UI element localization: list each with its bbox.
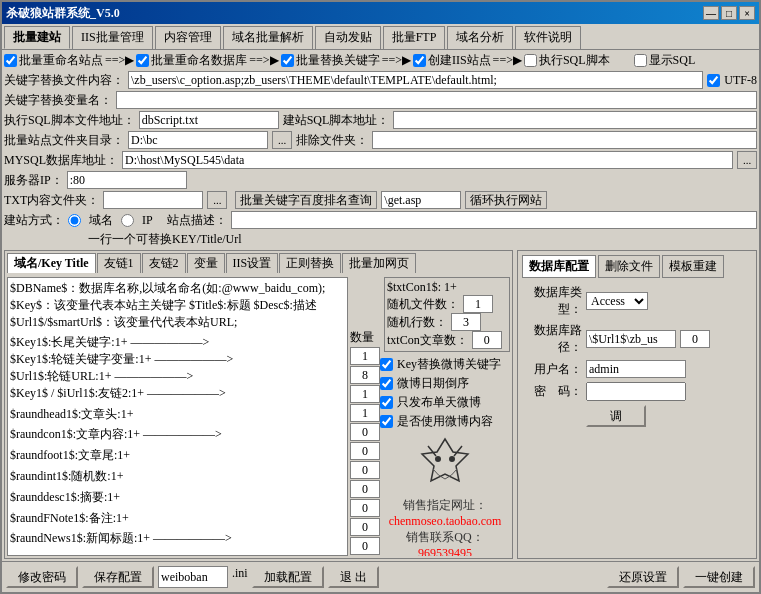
num-input-11[interactable] <box>350 537 380 555</box>
field-desc-10: $raundfoot1$:文章尾:1+ <box>10 447 345 464</box>
get-asp-input[interactable] <box>381 191 461 209</box>
num-input-3[interactable] <box>350 385 380 403</box>
minimize-button[interactable]: — <box>703 6 719 20</box>
num-label: 数量 <box>350 329 374 346</box>
username-label: 用户名： <box>522 361 582 378</box>
num-input-7[interactable] <box>350 461 380 479</box>
inner-tab-friend2[interactable]: 友链2 <box>142 253 186 273</box>
weibo-date-checkbox[interactable] <box>380 377 393 390</box>
main-tabs: 批量建站 IIS批量管理 内容管理 域名批量解析 自动发贴 批量FTP 域名分析… <box>2 24 759 50</box>
utf8-checkbox[interactable] <box>707 74 720 87</box>
weibo-single-checkbox[interactable] <box>380 396 393 409</box>
create-iis-checkbox[interactable] <box>413 54 426 67</box>
mysql-browse[interactable]: ... <box>737 151 757 169</box>
field-desc-2: $Key$：该变量代表本站主关键字 $Title$:标题 $Desc$:描述 <box>10 297 345 314</box>
tab-auto-post[interactable]: 自动发贴 <box>315 26 381 49</box>
site-desc-input[interactable] <box>231 211 757 229</box>
batch-folder-browse[interactable]: ... <box>272 131 292 149</box>
db-path-input[interactable] <box>586 330 676 348</box>
num-input-2[interactable] <box>350 366 380 384</box>
keyword-replace-label: 关键字替换文件内容： <box>4 72 124 89</box>
txtcon-count-row: txtCon文章数： <box>387 331 507 349</box>
weibo-content-checkbox[interactable] <box>380 415 393 428</box>
restore-settings-button[interactable]: 还原设置 <box>607 566 679 588</box>
title-bar: 杀破狼站群系统_V5.0 — □ × <box>2 2 759 24</box>
mysql-input[interactable] <box>122 151 733 169</box>
exec-sql-checkbox[interactable] <box>524 54 537 67</box>
txt-browse[interactable]: ... <box>207 191 227 209</box>
num-input-9[interactable] <box>350 499 380 517</box>
inner-tab-batch-page[interactable]: 批量加网页 <box>342 253 416 273</box>
build-sql-input[interactable] <box>393 111 757 129</box>
load-config-button[interactable]: 加载配置 <box>252 566 324 588</box>
server-ip-input[interactable] <box>67 171 187 189</box>
replace-keyword-checkbox[interactable] <box>281 54 294 67</box>
exclude-input[interactable] <box>372 131 757 149</box>
right-tab-db-config[interactable]: 数据库配置 <box>522 255 596 278</box>
random-line-input[interactable] <box>451 313 481 331</box>
txt-input[interactable] <box>103 191 203 209</box>
inner-tab-domain-key[interactable]: 域名/Key Title <box>7 253 96 273</box>
build-sql-label: 建站SQL脚本地址： <box>283 112 390 129</box>
tab-domain-analysis[interactable]: 域名分析 <box>447 26 513 49</box>
right-sub-tabs: 数据库配置 删除文件 模板重建 <box>522 255 752 278</box>
field-desc-6: $Url1$:轮链URL:1+ ——————> <box>10 368 345 385</box>
rename-site-checkbox[interactable] <box>4 54 17 67</box>
mysql-label: MYSQL数据库地址： <box>4 152 118 169</box>
utf8-label: UTF-8 <box>724 73 757 88</box>
tab-content-mgmt[interactable]: 内容管理 <box>155 26 221 49</box>
bottom-right-buttons: 还原设置 一键创建 <box>607 566 755 588</box>
tab-software-desc[interactable]: 软件说明 <box>515 26 581 49</box>
num-input-1[interactable] <box>350 347 380 365</box>
txt-keyword-row: TXT内容文件夹： ... 批量关键字百度排名查询 循环执行网站 <box>4 191 757 209</box>
sql-path-input[interactable] <box>139 111 279 129</box>
random-file-input[interactable] <box>463 295 493 313</box>
num-input-4[interactable] <box>350 404 380 422</box>
batch-keyword-rank-btn[interactable]: 批量关键字百度排名查询 <box>235 191 377 209</box>
right-tab-delete-file[interactable]: 删除文件 <box>598 255 660 278</box>
options-row: 批量重命名站点 ==>▶ 批量重命名数据库 ==>▶ 批量替换关键字 ==>▶ … <box>4 52 757 69</box>
show-sql-checkbox[interactable] <box>634 54 647 67</box>
num-input-5[interactable] <box>350 423 380 441</box>
maximize-button[interactable]: □ <box>721 6 737 20</box>
build-method-label: 建站方式： <box>4 212 64 229</box>
close-button[interactable]: × <box>739 6 755 20</box>
batch-folder-input[interactable] <box>128 131 268 149</box>
test-button[interactable]: 调 <box>586 405 646 427</box>
db-type-select[interactable]: Access MySQL SQLite <box>586 292 648 310</box>
db-path-num[interactable] <box>680 330 710 348</box>
build-ip-radio[interactable] <box>121 214 134 227</box>
save-config-button[interactable]: 保存配置 <box>82 566 154 588</box>
rename-db-checkbox[interactable] <box>136 54 149 67</box>
username-input[interactable] <box>586 360 686 378</box>
inner-tab-regex[interactable]: 正则替换 <box>279 253 341 273</box>
num-input-10[interactable] <box>350 518 380 536</box>
loop-exec-btn[interactable]: 循环执行网站 <box>465 191 547 209</box>
tab-iis-batch[interactable]: IIS批量管理 <box>72 26 153 49</box>
db-config-form: 数据库类型： Access MySQL SQLite 数据库路径： 用户名： <box>522 284 752 427</box>
inner-tab-friend1[interactable]: 友链1 <box>97 253 141 273</box>
modify-pwd-button[interactable]: 修改密码 <box>6 566 78 588</box>
password-input[interactable] <box>586 382 686 401</box>
right-tab-template-rebuild[interactable]: 模板重建 <box>662 255 724 278</box>
weibo-opt-3: 只发布单天微博 <box>380 394 510 411</box>
keyword-replace-input[interactable] <box>128 71 703 89</box>
one-line-tip-row: 一行一个可替换KEY/Title/Url <box>4 231 757 248</box>
ini-name-input[interactable] <box>158 566 228 588</box>
field-descriptions-area[interactable]: $DBName$：数据库名称,以域名命名(如:@www_baidu_com); … <box>7 277 348 556</box>
build-domain-radio[interactable] <box>68 214 81 227</box>
tab-domain-batch[interactable]: 域名批量解析 <box>223 26 313 49</box>
tab-batch-build[interactable]: 批量建站 <box>4 26 70 49</box>
weibo-keyword-checkbox[interactable] <box>380 358 393 371</box>
quit-button[interactable]: 退 出 <box>328 566 379 588</box>
window-controls: — □ × <box>703 6 755 20</box>
num-input-6[interactable] <box>350 442 380 460</box>
inner-tab-vars[interactable]: 变量 <box>187 253 225 273</box>
num-input-8[interactable] <box>350 480 380 498</box>
txtcon-count-input[interactable] <box>472 331 502 349</box>
one-click-create-button[interactable]: 一键创建 <box>683 566 755 588</box>
inner-tab-iis[interactable]: IIS设置 <box>226 253 279 273</box>
keyword-vars-input[interactable] <box>116 91 757 109</box>
txtcon-box: $txtCon1$: 1+ 随机文件数： 随机行数： txtCon文章数： <box>384 277 510 352</box>
tab-batch-ftp[interactable]: 批量FTP <box>383 26 446 49</box>
